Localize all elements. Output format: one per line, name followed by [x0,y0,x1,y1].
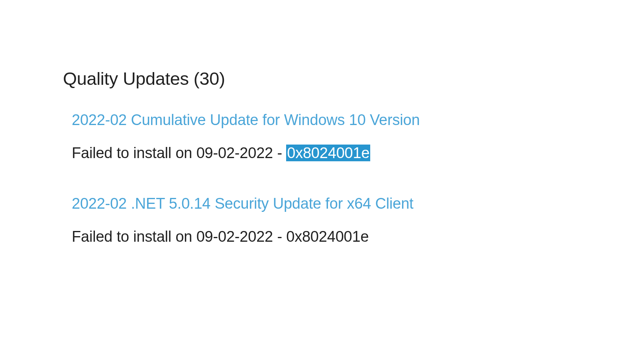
update-item: 2022-02 .NET 5.0.14 Security Update for … [72,195,644,245]
update-status: Failed to install on 09-02-2022 - 0x8024… [72,145,644,162]
error-code-selected[interactable]: 0x8024001e [286,145,370,161]
update-status: Failed to install on 09-02-2022 - 0x8024… [72,228,644,245]
update-title-link[interactable]: 2022-02 Cumulative Update for Windows 10… [72,112,644,129]
status-text: Failed to install on 09-02-2022 - [72,228,286,245]
status-text: Failed to install on 09-02-2022 - [72,145,286,161]
update-title-link[interactable]: 2022-02 .NET 5.0.14 Security Update for … [72,195,644,212]
update-list: 2022-02 Cumulative Update for Windows 10… [63,112,644,245]
error-code: 0x8024001e [286,228,369,245]
update-history-panel: Quality Updates (30) 2022-02 Cumulative … [0,0,644,245]
update-item: 2022-02 Cumulative Update for Windows 10… [72,112,644,162]
section-heading: Quality Updates (30) [63,68,644,89]
